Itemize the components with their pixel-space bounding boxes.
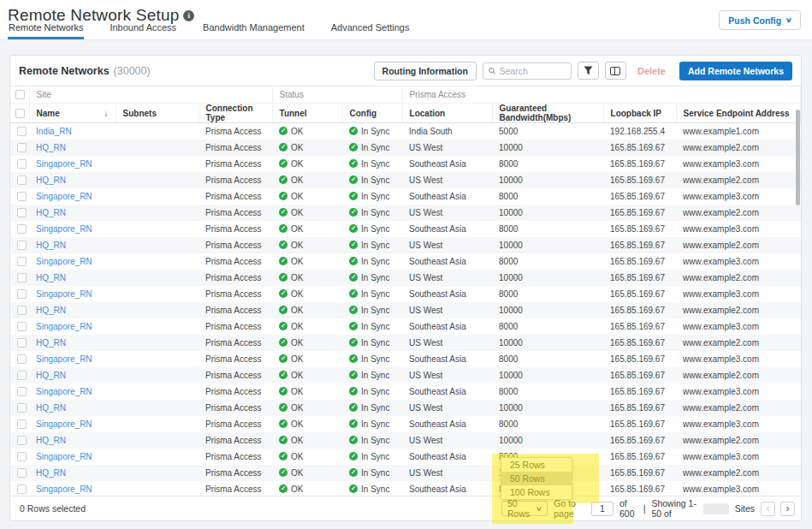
site-name-link[interactable]: Singapore_RN: [36, 289, 92, 299]
row-checkbox[interactable]: [17, 241, 27, 250]
table-row[interactable]: Singapore_RN Prisma Access ✓OK ✓In Sync …: [10, 383, 801, 400]
row-checkbox[interactable]: [17, 436, 27, 445]
row-checkbox[interactable]: [17, 371, 27, 380]
row-checkbox[interactable]: [17, 468, 27, 478]
row-checkbox[interactable]: [17, 159, 27, 169]
row-checkbox[interactable]: [17, 452, 27, 461]
page-size-select[interactable]: 50 Rows ∨: [501, 501, 548, 516]
sort-descending-icon[interactable]: ↓: [104, 109, 109, 118]
search-input[interactable]: [500, 66, 566, 76]
add-remote-networks-button[interactable]: Add Remote Networks: [679, 62, 792, 80]
table-row[interactable]: Singapore_RN Prisma Access ✓OK ✓In Sync …: [10, 318, 801, 335]
row-checkbox[interactable]: [17, 127, 27, 136]
site-name-link[interactable]: Singapore_RN: [36, 322, 92, 331]
site-name-link[interactable]: Singapore_RN: [36, 452, 92, 461]
site-name-link[interactable]: HQ_RN: [36, 208, 66, 217]
menu-item-50-rows[interactable]: 50 Rows: [501, 472, 572, 485]
table-row[interactable]: HQ_RN Prisma Access ✓OK ✓In Sync US West…: [10, 465, 801, 481]
table-row[interactable]: HQ_RN Prisma Access ✓OK ✓In Sync US West…: [10, 400, 801, 416]
table-row[interactable]: HQ_RN Prisma Access ✓OK ✓In Sync US West…: [10, 237, 801, 253]
row-checkbox[interactable]: [17, 289, 27, 299]
column-header-subnets[interactable]: Subnets: [116, 104, 199, 123]
table-row[interactable]: Singapore_RN Prisma Access ✓OK ✓In Sync …: [10, 286, 801, 302]
row-checkbox[interactable]: [17, 338, 27, 348]
filter-button[interactable]: [578, 62, 599, 80]
previous-page-button[interactable]: ‹: [761, 502, 775, 516]
table-row[interactable]: Singapore_RN Prisma Access ✓OK ✓In Sync …: [10, 156, 801, 172]
site-name-link[interactable]: HQ_RN: [36, 273, 66, 282]
site-name-link[interactable]: HQ_RN: [36, 403, 66, 413]
table-row[interactable]: Singapore_RN Prisma Access ✓OK ✓In Sync …: [10, 253, 801, 270]
site-name-link[interactable]: HQ_RN: [36, 436, 66, 445]
menu-item-100-rows[interactable]: 100 Rows: [501, 485, 572, 499]
column-header-bandwidth[interactable]: Guaranteed Bandwidth(Mbps): [492, 104, 603, 123]
column-header-tunnel[interactable]: Tunnel: [272, 104, 342, 123]
table-row[interactable]: HQ_RN Prisma Access ✓OK ✓In Sync US West…: [10, 205, 801, 221]
column-header-config[interactable]: Config: [342, 104, 402, 123]
select-all-checkbox[interactable]: [15, 90, 25, 99]
row-checkbox[interactable]: [17, 387, 27, 396]
table-row[interactable]: HQ_RN Prisma Access ✓OK ✓In Sync US West…: [10, 172, 801, 188]
row-checkbox[interactable]: [17, 192, 27, 201]
site-name-link[interactable]: HQ_RN: [36, 241, 66, 250]
menu-item-25-rows[interactable]: 25 Rows: [501, 458, 572, 472]
tab-remote-networks[interactable]: Remote Networks: [8, 20, 84, 39]
tab-bandwidth-management[interactable]: Bandwidth Management: [202, 20, 305, 39]
site-name-link[interactable]: Singapore_RN: [36, 159, 92, 169]
table-row[interactable]: Singapore_RN Prisma Access ✓OK ✓In Sync …: [10, 351, 801, 367]
tab-inbound-access[interactable]: Inbound Access: [109, 20, 177, 39]
row-checkbox[interactable]: [17, 175, 27, 185]
vertical-scrollbar[interactable]: [796, 110, 800, 205]
tab-advanced-settings[interactable]: Advanced Settings: [330, 20, 411, 39]
search-box[interactable]: [483, 62, 572, 80]
table-row[interactable]: India_RN Prisma Access ✓OK ✓In Sync Indi…: [10, 123, 801, 140]
delete-button[interactable]: Delete: [637, 66, 666, 76]
site-name-link[interactable]: Singapore_RN: [36, 257, 92, 266]
columns-button[interactable]: [605, 62, 626, 80]
column-header-endpoint[interactable]: Service Endpoint Address: [676, 104, 800, 123]
table-row[interactable]: Singapore_RN Prisma Access ✓OK ✓In Sync …: [10, 188, 801, 205]
site-name-link[interactable]: HQ_RN: [36, 338, 66, 348]
routing-information-button[interactable]: Routing Information: [374, 62, 477, 80]
table-row[interactable]: HQ_RN Prisma Access ✓OK ✓In Sync US West…: [10, 432, 801, 449]
table-row[interactable]: Singapore_RN Prisma Access ✓OK ✓In Sync …: [10, 416, 801, 432]
site-name-link[interactable]: Singapore_RN: [36, 387, 92, 396]
row-checkbox[interactable]: [17, 306, 27, 315]
site-name-link[interactable]: Singapore_RN: [36, 484, 92, 494]
column-header-connection-type[interactable]: Connection Type: [199, 104, 272, 123]
row-checkbox[interactable]: [17, 224, 27, 234]
site-name-link[interactable]: Singapore_RN: [36, 192, 92, 201]
site-name-link[interactable]: HQ_RN: [36, 175, 66, 185]
next-page-button[interactable]: ›: [780, 502, 795, 516]
row-checkbox[interactable]: [17, 143, 27, 152]
site-name-link[interactable]: HQ_RN: [36, 468, 66, 478]
table-row[interactable]: HQ_RN Prisma Access ✓OK ✓In Sync US West…: [10, 367, 801, 383]
row-checkbox[interactable]: [17, 484, 27, 494]
table-row[interactable]: HQ_RN Prisma Access ✓OK ✓In Sync US West…: [10, 270, 801, 286]
row-checkbox[interactable]: [17, 273, 27, 282]
site-name-link[interactable]: India_RN: [36, 127, 72, 136]
column-header-name[interactable]: Name↓: [29, 104, 116, 123]
select-all-checkbox-2[interactable]: [15, 109, 25, 118]
column-header-loopback-ip[interactable]: Loopback IP: [603, 104, 676, 123]
site-name-link[interactable]: HQ_RN: [36, 143, 66, 152]
table-row[interactable]: Singapore_RN Prisma Access ✓OK ✓In Sync …: [10, 449, 801, 465]
row-checkbox[interactable]: [17, 403, 27, 413]
table-row[interactable]: Singapore_RN Prisma Access ✓OK ✓In Sync …: [10, 481, 801, 497]
site-name-link[interactable]: Singapore_RN: [36, 419, 92, 429]
table-row[interactable]: HQ_RN Prisma Access ✓OK ✓In Sync US West…: [10, 302, 801, 318]
table-row[interactable]: HQ_RN Prisma Access ✓OK ✓In Sync US West…: [10, 140, 801, 156]
row-checkbox[interactable]: [17, 322, 27, 331]
row-checkbox[interactable]: [17, 257, 27, 266]
table-row[interactable]: HQ_RN Prisma Access ✓OK ✓In Sync US West…: [10, 335, 801, 351]
row-checkbox[interactable]: [17, 208, 27, 217]
site-name-link[interactable]: HQ_RN: [36, 371, 66, 380]
column-header-location[interactable]: Location: [402, 104, 492, 123]
row-checkbox[interactable]: [17, 354, 27, 364]
go-to-page-input[interactable]: [591, 502, 613, 516]
row-checkbox[interactable]: [17, 419, 27, 429]
site-name-link[interactable]: Singapore_RN: [36, 354, 92, 364]
site-name-link[interactable]: HQ_RN: [36, 306, 66, 315]
table-row[interactable]: Singapore_RN Prisma Access ✓OK ✓In Sync …: [10, 221, 801, 237]
site-name-link[interactable]: Singapore_RN: [36, 224, 92, 234]
